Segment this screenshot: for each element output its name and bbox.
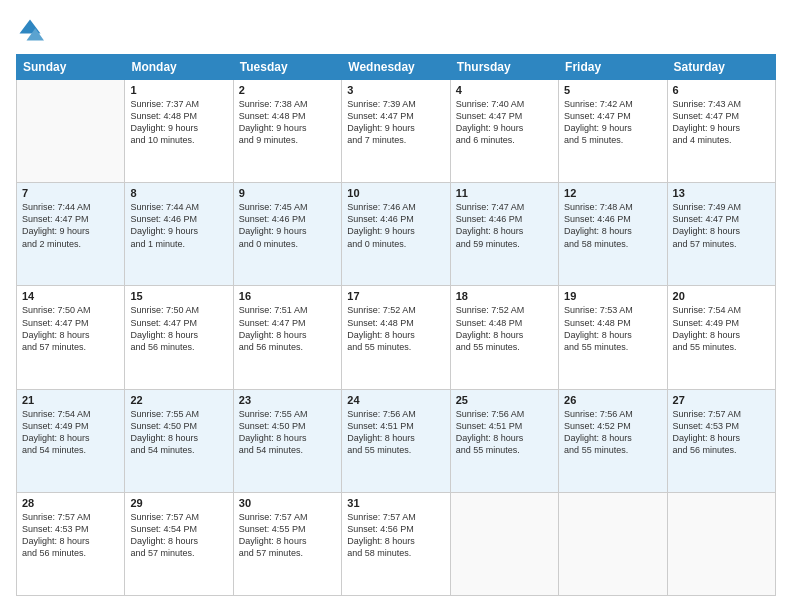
day-info: Sunrise: 7:55 AM Sunset: 4:50 PM Dayligh… — [130, 408, 227, 457]
weekday-wednesday: Wednesday — [342, 55, 450, 80]
day-info: Sunrise: 7:49 AM Sunset: 4:47 PM Dayligh… — [673, 201, 770, 250]
day-cell: 25Sunrise: 7:56 AM Sunset: 4:51 PM Dayli… — [450, 389, 558, 492]
day-number: 14 — [22, 290, 119, 302]
day-info: Sunrise: 7:57 AM Sunset: 4:53 PM Dayligh… — [673, 408, 770, 457]
day-info: Sunrise: 7:43 AM Sunset: 4:47 PM Dayligh… — [673, 98, 770, 147]
day-info: Sunrise: 7:51 AM Sunset: 4:47 PM Dayligh… — [239, 304, 336, 353]
day-cell: 1Sunrise: 7:37 AM Sunset: 4:48 PM Daylig… — [125, 80, 233, 183]
weekday-header-row: SundayMondayTuesdayWednesdayThursdayFrid… — [17, 55, 776, 80]
day-cell: 30Sunrise: 7:57 AM Sunset: 4:55 PM Dayli… — [233, 492, 341, 595]
day-cell: 10Sunrise: 7:46 AM Sunset: 4:46 PM Dayli… — [342, 183, 450, 286]
day-info: Sunrise: 7:57 AM Sunset: 4:55 PM Dayligh… — [239, 511, 336, 560]
header — [16, 16, 776, 44]
logo-icon — [16, 16, 44, 44]
day-info: Sunrise: 7:57 AM Sunset: 4:56 PM Dayligh… — [347, 511, 444, 560]
day-cell: 31Sunrise: 7:57 AM Sunset: 4:56 PM Dayli… — [342, 492, 450, 595]
day-info: Sunrise: 7:39 AM Sunset: 4:47 PM Dayligh… — [347, 98, 444, 147]
day-info: Sunrise: 7:54 AM Sunset: 4:49 PM Dayligh… — [673, 304, 770, 353]
day-cell: 13Sunrise: 7:49 AM Sunset: 4:47 PM Dayli… — [667, 183, 775, 286]
weekday-friday: Friday — [559, 55, 667, 80]
day-number: 5 — [564, 84, 661, 96]
day-cell: 21Sunrise: 7:54 AM Sunset: 4:49 PM Dayli… — [17, 389, 125, 492]
day-number: 11 — [456, 187, 553, 199]
day-cell: 28Sunrise: 7:57 AM Sunset: 4:53 PM Dayli… — [17, 492, 125, 595]
day-cell: 20Sunrise: 7:54 AM Sunset: 4:49 PM Dayli… — [667, 286, 775, 389]
day-cell: 17Sunrise: 7:52 AM Sunset: 4:48 PM Dayli… — [342, 286, 450, 389]
day-cell: 14Sunrise: 7:50 AM Sunset: 4:47 PM Dayli… — [17, 286, 125, 389]
day-number: 16 — [239, 290, 336, 302]
day-info: Sunrise: 7:38 AM Sunset: 4:48 PM Dayligh… — [239, 98, 336, 147]
day-number: 23 — [239, 394, 336, 406]
day-info: Sunrise: 7:53 AM Sunset: 4:48 PM Dayligh… — [564, 304, 661, 353]
day-cell: 4Sunrise: 7:40 AM Sunset: 4:47 PM Daylig… — [450, 80, 558, 183]
weekday-saturday: Saturday — [667, 55, 775, 80]
day-number: 4 — [456, 84, 553, 96]
day-cell: 12Sunrise: 7:48 AM Sunset: 4:46 PM Dayli… — [559, 183, 667, 286]
day-cell: 27Sunrise: 7:57 AM Sunset: 4:53 PM Dayli… — [667, 389, 775, 492]
day-number: 30 — [239, 497, 336, 509]
day-number: 25 — [456, 394, 553, 406]
day-number: 2 — [239, 84, 336, 96]
day-number: 15 — [130, 290, 227, 302]
day-number: 1 — [130, 84, 227, 96]
day-cell: 19Sunrise: 7:53 AM Sunset: 4:48 PM Dayli… — [559, 286, 667, 389]
day-cell: 29Sunrise: 7:57 AM Sunset: 4:54 PM Dayli… — [125, 492, 233, 595]
day-cell: 11Sunrise: 7:47 AM Sunset: 4:46 PM Dayli… — [450, 183, 558, 286]
weekday-sunday: Sunday — [17, 55, 125, 80]
day-number: 10 — [347, 187, 444, 199]
week-row-4: 21Sunrise: 7:54 AM Sunset: 4:49 PM Dayli… — [17, 389, 776, 492]
day-info: Sunrise: 7:55 AM Sunset: 4:50 PM Dayligh… — [239, 408, 336, 457]
day-info: Sunrise: 7:54 AM Sunset: 4:49 PM Dayligh… — [22, 408, 119, 457]
day-info: Sunrise: 7:44 AM Sunset: 4:46 PM Dayligh… — [130, 201, 227, 250]
day-info: Sunrise: 7:57 AM Sunset: 4:53 PM Dayligh… — [22, 511, 119, 560]
calendar: SundayMondayTuesdayWednesdayThursdayFrid… — [16, 54, 776, 596]
day-info: Sunrise: 7:57 AM Sunset: 4:54 PM Dayligh… — [130, 511, 227, 560]
day-info: Sunrise: 7:37 AM Sunset: 4:48 PM Dayligh… — [130, 98, 227, 147]
day-number: 20 — [673, 290, 770, 302]
day-number: 12 — [564, 187, 661, 199]
day-number: 31 — [347, 497, 444, 509]
day-cell: 18Sunrise: 7:52 AM Sunset: 4:48 PM Dayli… — [450, 286, 558, 389]
day-info: Sunrise: 7:45 AM Sunset: 4:46 PM Dayligh… — [239, 201, 336, 250]
day-number: 6 — [673, 84, 770, 96]
day-number: 7 — [22, 187, 119, 199]
day-info: Sunrise: 7:52 AM Sunset: 4:48 PM Dayligh… — [456, 304, 553, 353]
day-number: 18 — [456, 290, 553, 302]
day-info: Sunrise: 7:50 AM Sunset: 4:47 PM Dayligh… — [22, 304, 119, 353]
day-cell: 7Sunrise: 7:44 AM Sunset: 4:47 PM Daylig… — [17, 183, 125, 286]
day-cell: 9Sunrise: 7:45 AM Sunset: 4:46 PM Daylig… — [233, 183, 341, 286]
day-cell: 23Sunrise: 7:55 AM Sunset: 4:50 PM Dayli… — [233, 389, 341, 492]
day-number: 19 — [564, 290, 661, 302]
week-row-1: 1Sunrise: 7:37 AM Sunset: 4:48 PM Daylig… — [17, 80, 776, 183]
day-info: Sunrise: 7:50 AM Sunset: 4:47 PM Dayligh… — [130, 304, 227, 353]
week-row-2: 7Sunrise: 7:44 AM Sunset: 4:47 PM Daylig… — [17, 183, 776, 286]
day-cell: 8Sunrise: 7:44 AM Sunset: 4:46 PM Daylig… — [125, 183, 233, 286]
day-cell: 26Sunrise: 7:56 AM Sunset: 4:52 PM Dayli… — [559, 389, 667, 492]
day-number: 22 — [130, 394, 227, 406]
page: SundayMondayTuesdayWednesdayThursdayFrid… — [0, 0, 792, 612]
day-number: 21 — [22, 394, 119, 406]
weekday-tuesday: Tuesday — [233, 55, 341, 80]
day-cell — [667, 492, 775, 595]
day-cell: 24Sunrise: 7:56 AM Sunset: 4:51 PM Dayli… — [342, 389, 450, 492]
day-number: 26 — [564, 394, 661, 406]
day-cell: 22Sunrise: 7:55 AM Sunset: 4:50 PM Dayli… — [125, 389, 233, 492]
day-cell — [559, 492, 667, 595]
day-info: Sunrise: 7:40 AM Sunset: 4:47 PM Dayligh… — [456, 98, 553, 147]
day-number: 13 — [673, 187, 770, 199]
day-cell: 2Sunrise: 7:38 AM Sunset: 4:48 PM Daylig… — [233, 80, 341, 183]
day-number: 8 — [130, 187, 227, 199]
week-row-5: 28Sunrise: 7:57 AM Sunset: 4:53 PM Dayli… — [17, 492, 776, 595]
day-info: Sunrise: 7:46 AM Sunset: 4:46 PM Dayligh… — [347, 201, 444, 250]
week-row-3: 14Sunrise: 7:50 AM Sunset: 4:47 PM Dayli… — [17, 286, 776, 389]
weekday-thursday: Thursday — [450, 55, 558, 80]
day-cell: 15Sunrise: 7:50 AM Sunset: 4:47 PM Dayli… — [125, 286, 233, 389]
day-info: Sunrise: 7:56 AM Sunset: 4:51 PM Dayligh… — [456, 408, 553, 457]
weekday-monday: Monday — [125, 55, 233, 80]
day-number: 29 — [130, 497, 227, 509]
day-cell: 3Sunrise: 7:39 AM Sunset: 4:47 PM Daylig… — [342, 80, 450, 183]
day-number: 28 — [22, 497, 119, 509]
day-info: Sunrise: 7:56 AM Sunset: 4:52 PM Dayligh… — [564, 408, 661, 457]
day-info: Sunrise: 7:48 AM Sunset: 4:46 PM Dayligh… — [564, 201, 661, 250]
day-number: 24 — [347, 394, 444, 406]
